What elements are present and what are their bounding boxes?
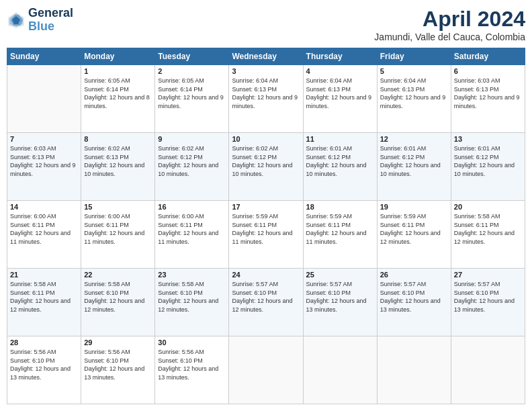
calendar-cell: 3Sunrise: 6:04 AMSunset: 6:13 PMDaylight… <box>229 65 303 133</box>
day-info: Sunrise: 5:57 AMSunset: 6:10 PMDaylight:… <box>232 280 300 314</box>
week-row-3: 21Sunrise: 5:58 AMSunset: 6:11 PMDayligh… <box>7 269 525 336</box>
day-info: Sunrise: 5:57 AMSunset: 6:10 PMDaylight:… <box>306 280 374 314</box>
day-number: 10 <box>232 135 300 143</box>
calendar-cell: 20Sunrise: 5:58 AMSunset: 6:11 PMDayligh… <box>451 201 525 269</box>
calendar-cell: 7Sunrise: 6:03 AMSunset: 6:13 PMDaylight… <box>7 133 81 201</box>
day-info: Sunrise: 6:02 AMSunset: 6:12 PMDaylight:… <box>232 144 300 178</box>
calendar-cell: 21Sunrise: 5:58 AMSunset: 6:11 PMDayligh… <box>7 269 81 336</box>
header: General Blue April 2024 Jamundi, Valle d… <box>7 7 525 42</box>
day-info: Sunrise: 5:58 AMSunset: 6:11 PMDaylight:… <box>10 280 78 314</box>
week-row-0: 1Sunrise: 6:05 AMSunset: 6:14 PMDaylight… <box>7 65 525 133</box>
calendar-cell: 18Sunrise: 5:59 AMSunset: 6:11 PMDayligh… <box>303 201 377 269</box>
logo-text: General Blue <box>28 7 73 34</box>
day-number: 22 <box>84 271 152 279</box>
day-number: 19 <box>380 203 448 211</box>
logo-line2: Blue <box>28 19 54 33</box>
day-info: Sunrise: 5:57 AMSunset: 6:10 PMDaylight:… <box>454 280 522 314</box>
title-block: April 2024 Jamundi, Valle del Cauca, Col… <box>374 7 525 42</box>
logo: General Blue <box>7 7 73 34</box>
calendar-cell: 4Sunrise: 6:04 AMSunset: 6:13 PMDaylight… <box>303 65 377 133</box>
calendar-cell: 30Sunrise: 5:56 AMSunset: 6:10 PMDayligh… <box>155 336 229 404</box>
page: General Blue April 2024 Jamundi, Valle d… <box>0 0 532 411</box>
day-number: 26 <box>380 271 448 279</box>
day-info: Sunrise: 5:59 AMSunset: 6:11 PMDaylight:… <box>306 212 374 246</box>
day-info: Sunrise: 6:03 AMSunset: 6:13 PMDaylight:… <box>454 77 522 110</box>
weekday-header-tuesday: Tuesday <box>155 48 229 65</box>
day-number: 30 <box>158 338 226 347</box>
weekday-header-friday: Friday <box>377 48 451 65</box>
day-number: 23 <box>158 271 226 279</box>
day-info: Sunrise: 5:56 AMSunset: 6:10 PMDaylight:… <box>84 348 152 381</box>
day-info: Sunrise: 6:01 AMSunset: 6:12 PMDaylight:… <box>380 144 448 178</box>
month-title: April 2024 <box>374 7 525 32</box>
day-number: 8 <box>84 135 152 143</box>
day-info: Sunrise: 6:03 AMSunset: 6:13 PMDaylight:… <box>10 144 78 178</box>
day-number: 17 <box>232 203 300 211</box>
day-info: Sunrise: 6:04 AMSunset: 6:13 PMDaylight:… <box>232 77 300 110</box>
day-number: 18 <box>306 203 374 211</box>
day-info: Sunrise: 5:58 AMSunset: 6:10 PMDaylight:… <box>158 280 226 314</box>
day-number: 1 <box>84 67 152 75</box>
day-info: Sunrise: 6:00 AMSunset: 6:11 PMDaylight:… <box>158 212 226 246</box>
calendar-table: SundayMondayTuesdayWednesdayThursdayFrid… <box>7 48 525 404</box>
calendar-cell <box>229 336 303 404</box>
calendar-cell: 17Sunrise: 5:59 AMSunset: 6:11 PMDayligh… <box>229 201 303 269</box>
day-info: Sunrise: 6:01 AMSunset: 6:12 PMDaylight:… <box>306 144 374 178</box>
calendar-cell: 23Sunrise: 5:58 AMSunset: 6:10 PMDayligh… <box>155 269 229 336</box>
calendar-cell: 12Sunrise: 6:01 AMSunset: 6:12 PMDayligh… <box>377 133 451 201</box>
day-info: Sunrise: 6:01 AMSunset: 6:12 PMDaylight:… <box>454 144 522 178</box>
calendar-cell <box>7 65 81 133</box>
weekday-header-monday: Monday <box>81 48 155 65</box>
calendar-cell: 27Sunrise: 5:57 AMSunset: 6:10 PMDayligh… <box>451 269 525 336</box>
calendar-cell: 2Sunrise: 6:05 AMSunset: 6:14 PMDaylight… <box>155 65 229 133</box>
day-number: 2 <box>158 67 226 75</box>
weekday-header-row: SundayMondayTuesdayWednesdayThursdayFrid… <box>7 48 525 65</box>
day-info: Sunrise: 6:05 AMSunset: 6:14 PMDaylight:… <box>84 77 152 110</box>
day-number: 11 <box>306 135 374 143</box>
calendar-cell: 14Sunrise: 6:00 AMSunset: 6:11 PMDayligh… <box>7 201 81 269</box>
day-info: Sunrise: 5:59 AMSunset: 6:11 PMDaylight:… <box>232 212 300 246</box>
day-info: Sunrise: 6:02 AMSunset: 6:12 PMDaylight:… <box>158 144 226 178</box>
day-number: 24 <box>232 271 300 279</box>
day-number: 21 <box>10 271 78 279</box>
calendar-cell: 28Sunrise: 5:56 AMSunset: 6:10 PMDayligh… <box>7 336 81 404</box>
day-number: 20 <box>454 203 522 211</box>
day-number: 25 <box>306 271 374 279</box>
calendar-cell: 11Sunrise: 6:01 AMSunset: 6:12 PMDayligh… <box>303 133 377 201</box>
day-info: Sunrise: 5:59 AMSunset: 6:11 PMDaylight:… <box>380 212 448 246</box>
week-row-2: 14Sunrise: 6:00 AMSunset: 6:11 PMDayligh… <box>7 201 525 269</box>
calendar-cell: 15Sunrise: 6:00 AMSunset: 6:11 PMDayligh… <box>81 201 155 269</box>
day-number: 14 <box>10 203 78 211</box>
logo-line1: General <box>28 7 73 20</box>
day-info: Sunrise: 6:05 AMSunset: 6:14 PMDaylight:… <box>158 77 226 110</box>
calendar-cell: 24Sunrise: 5:57 AMSunset: 6:10 PMDayligh… <box>229 269 303 336</box>
calendar-cell: 16Sunrise: 6:00 AMSunset: 6:11 PMDayligh… <box>155 201 229 269</box>
calendar-cell: 29Sunrise: 5:56 AMSunset: 6:10 PMDayligh… <box>81 336 155 404</box>
location: Jamundi, Valle del Cauca, Colombia <box>374 32 525 42</box>
day-number: 7 <box>10 135 78 143</box>
calendar-cell: 5Sunrise: 6:04 AMSunset: 6:13 PMDaylight… <box>377 65 451 133</box>
calendar-cell: 13Sunrise: 6:01 AMSunset: 6:12 PMDayligh… <box>451 133 525 201</box>
calendar-cell: 6Sunrise: 6:03 AMSunset: 6:13 PMDaylight… <box>451 65 525 133</box>
day-number: 16 <box>158 203 226 211</box>
day-number: 3 <box>232 67 300 75</box>
day-info: Sunrise: 5:58 AMSunset: 6:10 PMDaylight:… <box>84 280 152 314</box>
calendar-cell: 8Sunrise: 6:02 AMSunset: 6:13 PMDaylight… <box>81 133 155 201</box>
calendar-cell: 25Sunrise: 5:57 AMSunset: 6:10 PMDayligh… <box>303 269 377 336</box>
day-number: 4 <box>306 67 374 75</box>
day-number: 15 <box>84 203 152 211</box>
day-number: 5 <box>380 67 448 75</box>
day-info: Sunrise: 5:57 AMSunset: 6:10 PMDaylight:… <box>380 280 448 314</box>
calendar-cell: 9Sunrise: 6:02 AMSunset: 6:12 PMDaylight… <box>155 133 229 201</box>
weekday-header-wednesday: Wednesday <box>229 48 303 65</box>
day-number: 6 <box>454 67 522 75</box>
day-number: 27 <box>454 271 522 279</box>
day-number: 29 <box>84 338 152 347</box>
calendar-cell <box>377 336 451 404</box>
weekday-header-sunday: Sunday <box>7 48 81 65</box>
day-number: 28 <box>10 338 78 347</box>
weekday-header-saturday: Saturday <box>451 48 525 65</box>
calendar-cell <box>303 336 377 404</box>
day-info: Sunrise: 5:58 AMSunset: 6:11 PMDaylight:… <box>454 212 522 246</box>
day-info: Sunrise: 6:00 AMSunset: 6:11 PMDaylight:… <box>84 212 152 246</box>
